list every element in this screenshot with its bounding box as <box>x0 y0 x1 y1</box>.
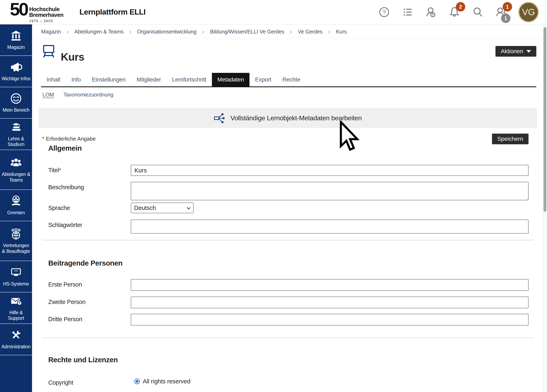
required-hint: * Erforderliche Angabe <box>42 135 96 142</box>
chevron-right-icon: › <box>290 28 292 35</box>
section-divider <box>42 240 534 240</box>
zweite-person-label: Zweite Person <box>48 297 131 305</box>
erste-person-row: Erste Person <box>48 279 528 291</box>
titel-label: Titel* <box>48 165 131 174</box>
chevron-right-icon: › <box>328 28 330 35</box>
university-logo[interactable]: 50 Hochschule Bremerhaven 1975 – 2025 <box>10 1 63 23</box>
tab-bar: Inhalt Info Einstellungen Mitglieder Ler… <box>41 73 536 87</box>
bank-icon <box>10 30 22 42</box>
sidebar-item-administration[interactable]: Administration <box>0 324 32 355</box>
chevron-right-icon: › <box>67 28 68 35</box>
tab-info[interactable]: Info <box>66 73 86 86</box>
edit-full-metadata-banner[interactable]: Vollständige Lernobjekt-Metadaten bearbe… <box>39 108 537 128</box>
tab-rechte[interactable]: Rechte <box>277 73 306 86</box>
banner-label: Vollständige Lernobjekt-Metadaten bearbe… <box>230 114 362 122</box>
sidebar-item-magazin[interactable]: Magazin <box>0 24 32 56</box>
breadcrumb-abteilungen-teams[interactable]: Abteilungen & Teams <box>74 28 124 35</box>
contacts-badge-primary: 1 <box>503 2 512 12</box>
vertical-scrollbar-thumb[interactable] <box>544 27 546 212</box>
breadcrumb-bildung-wissen[interactable]: Bildung/Wissen/ELLI Ve Gerdes <box>210 28 284 35</box>
sidebar-filler <box>0 355 32 392</box>
titel-row: Titel* <box>48 165 528 176</box>
vertical-scrollbar-track[interactable] <box>543 24 547 392</box>
beschreibung-label: Beschreibung <box>48 182 131 191</box>
sidebar-item-wichtige-infos[interactable]: Wichtige Infos <box>0 56 32 87</box>
logo-years: 1975 – 2025 <box>29 19 63 23</box>
beschreibung-textarea[interactable] <box>131 182 528 200</box>
books-grad-icon <box>10 121 22 133</box>
caret-down-icon <box>526 50 531 53</box>
section-divider <box>42 338 534 338</box>
sidebar-item-gremien[interactable]: Gremien <box>0 190 32 221</box>
erste-person-label: Erste Person <box>48 279 131 288</box>
list-icon[interactable] <box>401 6 414 19</box>
screen: 50 Hochschule Bremerhaven 1975 – 2025 Le… <box>0 0 547 392</box>
actions-button[interactable]: Aktionen <box>495 46 536 57</box>
sidebar-item-hs-systeme[interactable]: *** HS-Systeme <box>0 261 32 292</box>
schlagwoerter-input[interactable] <box>131 220 528 234</box>
users-icon[interactable]: 1 1 <box>495 6 508 19</box>
subtab-lom[interactable]: LOM <box>42 92 54 98</box>
monitor-icon: *** <box>10 266 22 278</box>
allgemein-rows: Titel* Beschreibung Sprache Deutsch Schl… <box>48 165 528 234</box>
contacts-badge-secondary: 1 <box>501 14 510 23</box>
beschreibung-row: Beschreibung <box>48 182 528 201</box>
bell-icon[interactable]: 2 <box>448 6 461 19</box>
dritte-person-label: Dritte Person <box>48 314 131 323</box>
save-button[interactable]: Speichern <box>492 134 528 144</box>
sidebar: Magazin Wichtige Infos Mein Bereich Lehr… <box>0 24 32 392</box>
page-title: Kurs <box>61 51 84 63</box>
section-title-beitragende: Beitragende Personen <box>48 259 123 267</box>
svg-text:?: ? <box>19 301 21 305</box>
logo-name-line1: Hochschule <box>29 6 63 12</box>
breadcrumb: Magazin› Abteilungen & Teams› Organisati… <box>32 24 543 39</box>
breadcrumb-magazin[interactable]: Magazin <box>41 28 61 35</box>
schlagwoerter-label: Schlagwörter <box>48 220 131 229</box>
tab-inhalt[interactable]: Inhalt <box>41 73 66 86</box>
breadcrumb-kurs[interactable]: Kurs <box>336 28 347 35</box>
course-board-icon <box>42 44 55 59</box>
tab-export[interactable]: Export <box>249 73 277 86</box>
tab-mitglieder[interactable]: Mitglieder <box>131 73 166 86</box>
section-title-rechte: Rechte und Lizenzen <box>48 356 118 364</box>
svg-text:***: *** <box>14 270 18 274</box>
metadata-hub-icon <box>214 113 225 123</box>
sprache-select[interactable]: Deutsch <box>131 203 194 213</box>
chevron-down-icon <box>187 206 190 209</box>
megaphone-icon <box>10 61 22 73</box>
zweite-person-input[interactable] <box>131 297 528 308</box>
top-header: 50 Hochschule Bremerhaven 1975 – 2025 Le… <box>0 0 547 24</box>
copyright-radio-selected[interactable] <box>134 379 140 384</box>
required-asterisk: * <box>42 135 44 142</box>
chevron-right-icon: › <box>130 28 131 35</box>
avatar[interactable]: VG <box>518 2 539 22</box>
sidebar-item-lehre-studium[interactable]: Lehre & Studium <box>0 119 32 150</box>
copyright-row: Copyright All rights reserved <box>48 377 528 386</box>
required-asterisk: * <box>59 167 61 173</box>
subtab-bar: LOM Taxonomiezuordnung <box>42 92 113 98</box>
tab-einstellungen[interactable]: Einstellungen <box>86 73 131 86</box>
zweite-person-row: Zweite Person <box>48 297 528 308</box>
user-status-icon[interactable] <box>425 6 437 19</box>
tab-lernfortschritt[interactable]: Lernfortschritt <box>166 73 212 86</box>
tab-metadaten[interactable]: Metadaten <box>212 73 250 86</box>
sprache-selected-value: Deutsch <box>134 205 156 211</box>
sidebar-item-mein-bereich[interactable]: Mein Bereich <box>0 87 32 119</box>
search-icon[interactable] <box>472 6 484 19</box>
schlagwoerter-row: Schlagwörter <box>48 220 528 234</box>
titel-input[interactable] <box>131 165 528 176</box>
sidebar-item-hilfe-support[interactable]: ? Hilfe & Support <box>0 292 32 324</box>
smiley-icon <box>10 92 22 105</box>
dritte-person-input[interactable] <box>131 314 528 325</box>
help-icon[interactable]: ? <box>378 6 390 19</box>
beitragende-rows: Erste Person Zweite Person Dritte Person <box>48 279 528 325</box>
breadcrumb-ve-gerdes[interactable]: Ve Gerdes <box>298 28 322 35</box>
header-toolbar: ? 2 <box>378 2 539 22</box>
breadcrumb-organisationsentwicklung[interactable]: Organisationsentwicklung <box>137 28 197 35</box>
sidebar-item-abteilungen-teams[interactable]: Abteilungen & Teams <box>0 150 32 190</box>
subtab-taxonomiezuordnung[interactable]: Taxonomiezuordnung <box>63 92 113 98</box>
dritte-person-row: Dritte Person <box>48 314 528 325</box>
copyright-label: Copyright <box>48 377 131 386</box>
erste-person-input[interactable] <box>131 279 528 291</box>
sidebar-item-vertretungen[interactable]: Vertretungen & Beauftragte <box>0 221 32 261</box>
